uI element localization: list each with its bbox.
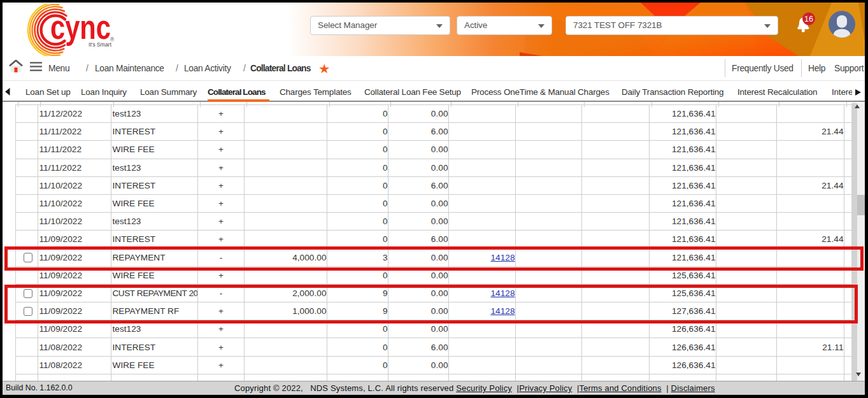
svg-text:16: 16 <box>804 15 813 24</box>
svg-text:It's Smart: It's Smart <box>89 41 112 48</box>
svg-text:cync: cync <box>50 8 111 46</box>
